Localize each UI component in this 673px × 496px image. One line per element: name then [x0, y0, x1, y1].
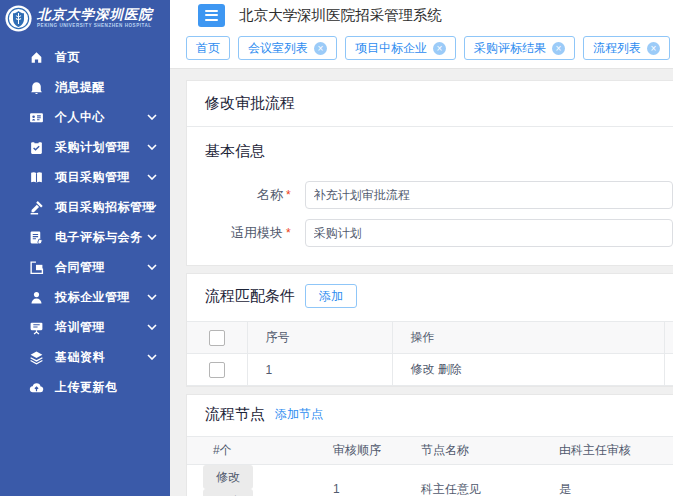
chevron-down-icon [147, 354, 157, 360]
name-input[interactable] [305, 181, 673, 209]
sidebar-item-label: 采购计划管理 [55, 139, 130, 156]
tab-bar: 首页 会议室列表× 项目中标企业× 采购评标结果× 流程列表× 流程× [170, 30, 673, 69]
chevron-down-icon [147, 114, 157, 120]
hospital-brand: 北京大学深圳医院 PEKING UNIVERSITY SHENZHEN HOSP… [0, 0, 170, 37]
clipboard-icon [29, 140, 44, 155]
tab-label: 首页 [196, 40, 220, 57]
close-icon[interactable]: × [647, 42, 660, 55]
page-content: 修改审批流程 基本信息 名称* 适用模块* 流程匹配条件 [170, 69, 673, 496]
process-nodes-card: 流程节点 添加节点 #个 审核顺序 节点名称 由科主任审核 [186, 394, 673, 496]
cloud-upload-icon [29, 380, 44, 395]
chevron-down-icon [147, 294, 157, 300]
basic-info-section-title: 基本信息 [205, 142, 265, 159]
match-conditions-section-title: 流程匹配条件 [205, 287, 295, 306]
sidebar-item-messages[interactable]: 消息提醒 [0, 72, 170, 102]
sidebar-item-label: 合同管理 [55, 259, 105, 276]
sidebar-item-label: 培训管理 [55, 319, 105, 336]
gavel-icon [29, 200, 44, 215]
sidebar-menu: 首页 消息提醒 个人中心 采购计划管理 项目采购管理 [0, 37, 170, 402]
app-window: 北京大学深圳医院 PEKING UNIVERSITY SHENZHEN HOSP… [0, 0, 673, 496]
module-field-label: 适用模块* [187, 224, 291, 242]
process-nodes-table: #个 审核顺序 节点名称 由科主任审核 修改删除 1 科主任意见 是 [187, 436, 673, 496]
column-header-row-actions: #个 [187, 437, 317, 465]
add-node-link[interactable]: 添加节点 [275, 406, 323, 423]
user-icon [29, 290, 44, 305]
edit-node-button[interactable]: 修改 [203, 465, 253, 489]
tab-evaluation-results[interactable]: 采购评标结果× [464, 36, 575, 60]
sidebar-item-training-management[interactable]: 培训管理 [0, 312, 170, 342]
sidebar-item-contract-management[interactable]: 合同管理 [0, 252, 170, 282]
condition-actions-cell[interactable]: 修改 删除 [392, 354, 664, 386]
sidebar-item-home[interactable]: 首页 [0, 42, 170, 72]
page-title: 修改审批流程 [187, 81, 673, 127]
close-icon[interactable]: × [552, 42, 565, 55]
hospital-name-en: PEKING UNIVERSITY SHENZHEN HOSPITAL [37, 24, 153, 29]
process-nodes-section-title: 流程节点 [205, 405, 265, 424]
tab-process-list[interactable]: 流程列表× [583, 36, 670, 60]
sidebar-item-project-purchase[interactable]: 项目采购管理 [0, 162, 170, 192]
chevron-down-icon [147, 174, 157, 180]
contract-icon [29, 260, 44, 275]
node-name-cell: 科主任意见 [405, 465, 543, 496]
column-header-extra: 字 [664, 322, 673, 354]
file-edit-icon [29, 230, 44, 245]
tab-label: 流程列表 [593, 40, 641, 57]
add-condition-button[interactable]: 添加 [305, 284, 357, 308]
sidebar-item-bidding-management[interactable]: 项目采购招标管理 [0, 192, 170, 222]
delete-node-button[interactable]: 删除 [203, 489, 253, 496]
sidebar-item-e-evaluation[interactable]: 电子评标与会务 [0, 222, 170, 252]
top-header: 北京大学深圳医院招采管理系统 [170, 0, 673, 30]
chevron-down-icon [147, 234, 157, 240]
layers-icon [29, 350, 44, 365]
tab-winning-companies[interactable]: 项目中标企业× [345, 36, 456, 60]
table-row: 1 修改 删除 计 [187, 354, 673, 386]
bell-icon [29, 80, 44, 95]
close-icon[interactable]: × [314, 42, 327, 55]
sidebar-item-bidder-management[interactable]: 投标企业管理 [0, 282, 170, 312]
menu-toggle-button[interactable] [198, 4, 225, 27]
condition-extra-cell: 计 [664, 354, 673, 386]
match-conditions-card: 流程匹配条件 添加 序号 操作 字 [186, 273, 673, 387]
name-field-label: 名称* [187, 186, 291, 204]
column-header-order: 审核顺序 [317, 437, 405, 465]
column-header-node-name: 节点名称 [405, 437, 543, 465]
sidebar-item-label: 首页 [55, 49, 80, 66]
sidebar-item-label: 投标企业管理 [55, 289, 130, 306]
hospital-name: 北京大学深圳医院 [37, 8, 153, 22]
row-checkbox[interactable] [209, 362, 225, 378]
book-icon [29, 170, 44, 185]
sidebar-item-purchase-plan[interactable]: 采购计划管理 [0, 132, 170, 162]
column-header-dept-review: 由科主任审核 [543, 437, 673, 465]
table-row: 修改删除 1 科主任意见 是 [187, 465, 673, 496]
module-input[interactable] [305, 219, 673, 247]
form-row-name: 名称* [187, 181, 673, 209]
chevron-down-icon [147, 144, 157, 150]
sidebar-item-personal-center[interactable]: 个人中心 [0, 102, 170, 132]
tab-home[interactable]: 首页 [186, 36, 230, 60]
tab-label: 采购评标结果 [474, 40, 546, 57]
sidebar-item-label: 电子评标与会务 [55, 229, 143, 246]
close-icon[interactable]: × [433, 42, 446, 55]
condition-index-cell: 1 [247, 354, 392, 386]
home-icon [29, 50, 44, 65]
sidebar-item-label: 项目采购管理 [55, 169, 130, 186]
chevron-down-icon [147, 264, 157, 270]
presentation-icon [29, 320, 44, 335]
sidebar-item-label: 消息提醒 [55, 79, 105, 96]
sidebar-item-basic-data[interactable]: 基础资料 [0, 342, 170, 372]
chevron-down-icon [147, 324, 157, 330]
select-all-checkbox[interactable] [209, 330, 225, 346]
id-card-icon [29, 110, 44, 125]
tab-label: 项目中标企业 [355, 40, 427, 57]
chevron-down-icon [147, 204, 157, 210]
tab-meeting-rooms[interactable]: 会议室列表× [238, 36, 337, 60]
form-row-module: 适用模块* [187, 219, 673, 247]
main-area: 北京大学深圳医院招采管理系统 首页 会议室列表× 项目中标企业× 采购评标结果×… [170, 0, 673, 496]
required-asterisk: * [286, 188, 291, 202]
app-title: 北京大学深圳医院招采管理系统 [239, 6, 442, 25]
sidebar-item-label: 基础资料 [55, 349, 105, 366]
table-header-row: #个 审核顺序 节点名称 由科主任审核 [187, 437, 673, 465]
basic-info-card: 修改审批流程 基本信息 名称* 适用模块* [186, 80, 673, 266]
sidebar-item-label: 项目采购招标管理 [55, 199, 155, 216]
sidebar-item-upload-package[interactable]: 上传更新包 [0, 372, 170, 402]
